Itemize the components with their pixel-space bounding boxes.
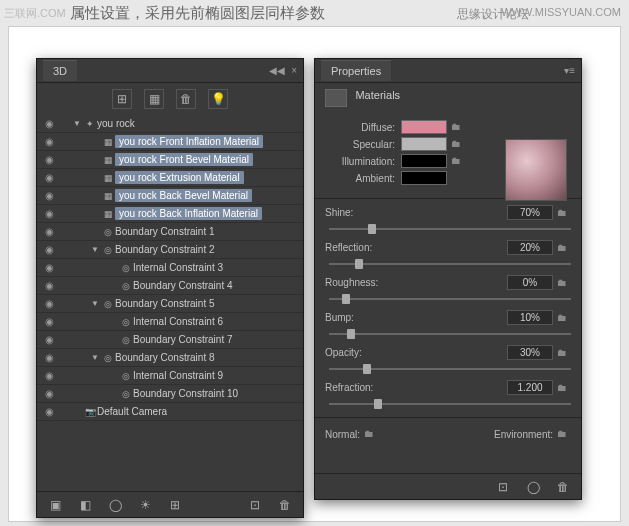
visibility-icon[interactable]: ◉ [37,280,61,291]
normal-label: Normal: [325,429,360,440]
light-icon[interactable]: 💡 [208,89,228,109]
sphere-icon[interactable]: ◯ [105,495,125,515]
slider-track[interactable] [315,327,581,343]
mesh-icon[interactable]: ▦ [144,89,164,109]
slider-label: Opacity: [325,347,397,358]
visibility-icon[interactable]: ◉ [37,244,61,255]
expand-arrow-icon[interactable]: ▼ [91,353,101,362]
tree-row[interactable]: ◉▼◎Boundary Constraint 2 [37,241,303,259]
slider-value[interactable]: 10% [507,310,553,325]
tree-row[interactable]: ◉◎Internal Constraint 3 [37,259,303,277]
tree-row[interactable]: ◉▦you rock Back Inflation Material [37,205,303,223]
illumination-swatch[interactable] [401,154,447,168]
material-tab-icon[interactable] [325,89,347,107]
tree-row[interactable]: ◉◎Boundary Constraint 10 [37,385,303,403]
folder-icon[interactable]: 🖿 [451,138,465,150]
folder-icon[interactable]: 🖿 [451,155,465,167]
tree-row[interactable]: ◉▼✦you rock [37,115,303,133]
tree-row[interactable]: ◉▦you rock Back Bevel Material [37,187,303,205]
new-icon[interactable]: ⊡ [245,495,265,515]
mesh2-icon[interactable]: ◧ [75,495,95,515]
panel-props-tab[interactable]: Properties [321,60,391,81]
visibility-icon[interactable]: ◉ [37,118,61,129]
ambient-swatch[interactable] [401,171,447,185]
folder-icon[interactable]: 🖿 [557,242,571,254]
specular-swatch[interactable] [401,137,447,151]
sphere2-icon[interactable]: ◯ [523,477,543,497]
panel-3d-header[interactable]: 3D ◀◀ × [37,59,303,83]
panel-3d-tab[interactable]: 3D [43,60,77,81]
expand-arrow-icon[interactable]: ▼ [73,119,83,128]
light2-icon[interactable]: ☀ [135,495,155,515]
tree-row[interactable]: ◉▦you rock Front Inflation Material [37,133,303,151]
visibility-icon[interactable]: ◉ [37,190,61,201]
slider-knob[interactable] [355,259,363,269]
slider-knob[interactable] [368,224,376,234]
tree-row[interactable]: ◉◎Internal Constraint 6 [37,313,303,331]
slider-value[interactable]: 0% [507,275,553,290]
folder-icon[interactable]: 🖿 [451,121,465,133]
tree-row[interactable]: ◉📷Default Camera [37,403,303,421]
tree-item-label: you rock Extrusion Material [115,171,244,184]
panel-collapse-icon[interactable]: ◀◀ [269,65,285,76]
visibility-icon[interactable]: ◉ [37,334,61,345]
tree-row[interactable]: ◉▦you rock Front Bevel Material [37,151,303,169]
visibility-icon[interactable]: ◉ [37,316,61,327]
panel-props-header[interactable]: Properties ▾≡ [315,59,581,83]
expand-arrow-icon[interactable]: ▼ [91,245,101,254]
layer-tree[interactable]: ◉▼✦you rock◉▦you rock Front Inflation Ma… [37,115,303,491]
filter-icon[interactable]: ⊞ [112,89,132,109]
tree-row[interactable]: ◉◎Internal Constraint 9 [37,367,303,385]
folder-icon[interactable]: 🖿 [364,428,378,440]
slider-track[interactable] [315,397,581,413]
visibility-icon[interactable]: ◉ [37,262,61,273]
illumination-label: Illumination: [325,156,401,167]
tree-row[interactable]: ◉▼◎Boundary Constraint 8 [37,349,303,367]
slider-knob[interactable] [374,399,382,409]
trash-icon[interactable]: 🗑 [176,89,196,109]
slider-track[interactable] [315,222,581,238]
visibility-icon[interactable]: ◉ [37,208,61,219]
visibility-icon[interactable]: ◉ [37,370,61,381]
render-icon[interactable]: ▣ [45,495,65,515]
slider-track[interactable] [315,257,581,273]
panel-close-icon[interactable]: × [291,65,297,76]
slider-knob[interactable] [342,294,350,304]
grid-icon[interactable]: ⊞ [165,495,185,515]
slider-value[interactable]: 30% [507,345,553,360]
visibility-icon[interactable]: ◉ [37,298,61,309]
folder-icon[interactable]: 🖿 [557,382,571,394]
delete-icon[interactable]: 🗑 [275,495,295,515]
tree-row[interactable]: ◉◎Boundary Constraint 4 [37,277,303,295]
tree-row[interactable]: ◉▼◎Boundary Constraint 5 [37,295,303,313]
panel-menu-icon[interactable]: ▾≡ [564,65,575,76]
render2-icon[interactable]: ⊡ [493,477,513,497]
visibility-icon[interactable]: ◉ [37,154,61,165]
folder-icon[interactable]: 🖿 [557,312,571,324]
slider-value[interactable]: 70% [507,205,553,220]
slider-track[interactable] [315,292,581,308]
node-type-icon: ◎ [119,263,133,273]
folder-icon[interactable]: 🖿 [557,428,571,440]
slider-knob[interactable] [347,329,355,339]
visibility-icon[interactable]: ◉ [37,352,61,363]
tree-row[interactable]: ◉◎Boundary Constraint 1 [37,223,303,241]
expand-arrow-icon[interactable]: ▼ [91,299,101,308]
tree-row[interactable]: ◉▦you rock Extrusion Material [37,169,303,187]
slider-track[interactable] [315,362,581,378]
visibility-icon[interactable]: ◉ [37,226,61,237]
diffuse-swatch[interactable] [401,120,447,134]
visibility-icon[interactable]: ◉ [37,388,61,399]
folder-icon[interactable]: 🖿 [557,277,571,289]
folder-icon[interactable]: 🖿 [557,347,571,359]
material-preview[interactable] [505,139,567,201]
visibility-icon[interactable]: ◉ [37,136,61,147]
tree-row[interactable]: ◉◎Boundary Constraint 7 [37,331,303,349]
folder-icon[interactable]: 🖿 [557,207,571,219]
slider-value[interactable]: 20% [507,240,553,255]
visibility-icon[interactable]: ◉ [37,172,61,183]
trash2-icon[interactable]: 🗑 [553,477,573,497]
visibility-icon[interactable]: ◉ [37,406,61,417]
slider-value[interactable]: 1.200 [507,380,553,395]
slider-knob[interactable] [363,364,371,374]
